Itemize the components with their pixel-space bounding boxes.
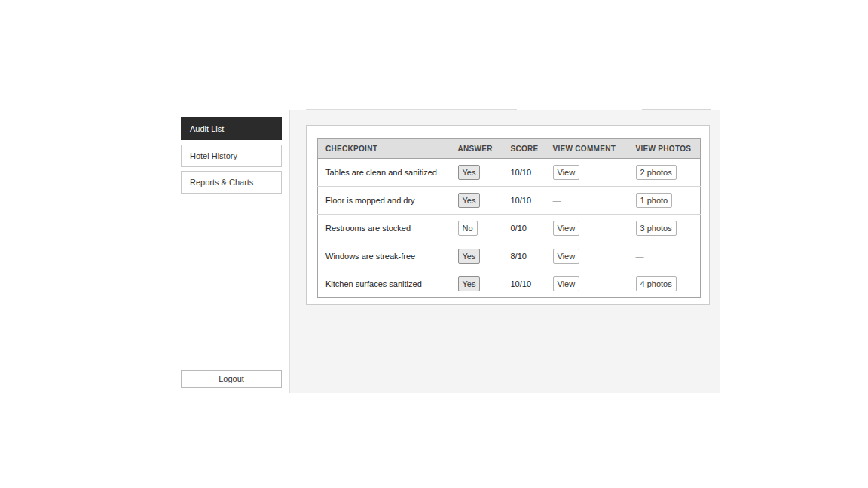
score-cell: 0/10 — [503, 215, 546, 242]
score-cell: 10/10 — [503, 187, 546, 215]
answer-button[interactable]: Yes — [458, 276, 481, 291]
answer-button[interactable]: Yes — [458, 165, 481, 180]
view-comment-button[interactable]: View — [553, 249, 580, 264]
answer-button[interactable]: No — [458, 221, 478, 236]
app-window: Audit List Hotel History Reports & Chart… — [0, 0, 868, 488]
column-header-answer: ANSWER — [451, 139, 503, 159]
answer-button[interactable]: Yes — [458, 193, 481, 208]
view-comment-button[interactable]: View — [553, 221, 580, 236]
table-row: Windows are streak-free Yes 8/10 View — — [318, 242, 701, 270]
table-row: Floor is mopped and dry Yes 10/10 — 1 ph… — [318, 187, 701, 215]
audit-table: CHECKPOINT ANSWER SCORE VIEW COMMENT VIE… — [317, 138, 701, 298]
table-header-row: CHECKPOINT ANSWER SCORE VIEW COMMENT VIE… — [318, 139, 701, 159]
table-row: Kitchen surfaces sanitized Yes 10/10 Vie… — [318, 270, 701, 298]
checkpoint-cell: Windows are streak-free — [318, 242, 451, 270]
checkpoint-cell: Floor is mopped and dry — [318, 187, 451, 215]
column-header-view-comment: VIEW COMMENT — [546, 139, 628, 159]
score-cell: 10/10 — [503, 270, 546, 298]
empty-dash: — — [553, 196, 561, 205]
sidebar-item-audit-list[interactable]: Audit List — [181, 117, 282, 140]
empty-dash: — — [636, 252, 644, 261]
view-photos-button[interactable]: 3 photos — [636, 221, 677, 236]
view-photos-button[interactable]: 4 photos — [636, 276, 677, 291]
sidebar-item-hotel-history[interactable]: Hotel History — [181, 145, 282, 167]
table-row: Restrooms are stocked No 0/10 View 3 pho… — [318, 215, 701, 242]
main-content: CHECKPOINT ANSWER SCORE VIEW COMMENT VIE… — [290, 110, 720, 393]
column-header-score: SCORE — [503, 139, 546, 159]
column-header-checkpoint: CHECKPOINT — [318, 139, 451, 159]
view-photos-button[interactable]: 1 photo — [636, 193, 673, 208]
view-photos-button[interactable]: 2 photos — [636, 165, 677, 180]
view-comment-button[interactable]: View — [553, 276, 580, 291]
checkpoint-cell: Tables are clean and sanitized — [318, 159, 451, 187]
checkpoint-cell: Kitchen surfaces sanitized — [318, 270, 451, 298]
score-cell: 8/10 — [503, 242, 546, 270]
view-comment-button[interactable]: View — [553, 165, 580, 180]
checkpoint-cell: Restrooms are stocked — [318, 215, 451, 242]
score-cell: 10/10 — [503, 159, 546, 187]
answer-button[interactable]: Yes — [458, 249, 481, 264]
table-row: Tables are clean and sanitized Yes 10/10… — [318, 159, 701, 187]
audit-card: CHECKPOINT ANSWER SCORE VIEW COMMENT VIE… — [306, 125, 710, 305]
sidebar-item-reports-charts[interactable]: Reports & Charts — [181, 171, 282, 194]
logout-button[interactable]: Logout — [181, 370, 282, 388]
column-header-view-photos: VIEW PHOTOS — [628, 139, 701, 159]
sidebar-divider — [175, 361, 289, 361]
sidebar: Audit List Hotel History Reports & Chart… — [175, 110, 290, 393]
